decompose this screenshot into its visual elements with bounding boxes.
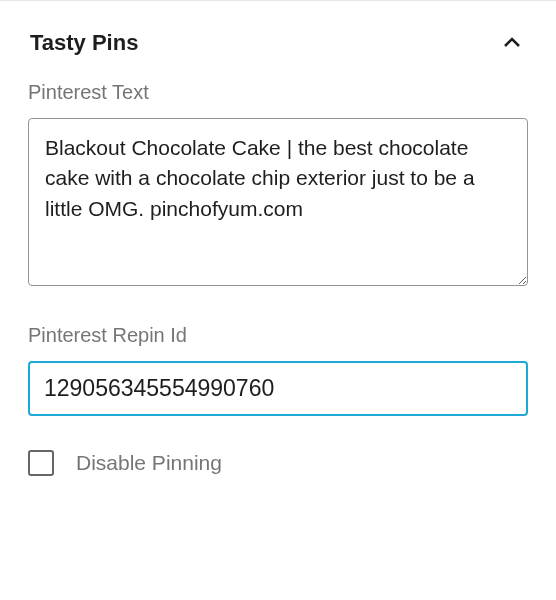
panel-header-toggle[interactable]: Tasty Pins [28, 21, 528, 81]
disable-pinning-checkbox[interactable] [28, 450, 54, 476]
disable-pinning-label[interactable]: Disable Pinning [76, 451, 222, 475]
tasty-pins-panel: Tasty Pins Pinterest Text Pinterest Repi… [0, 1, 556, 496]
pinterest-text-label: Pinterest Text [28, 81, 528, 104]
pinterest-repin-id-field-group: Pinterest Repin Id [28, 324, 528, 416]
pinterest-text-field-group: Pinterest Text [28, 81, 528, 290]
pinterest-text-input[interactable] [28, 118, 528, 286]
pinterest-repin-id-input[interactable] [28, 361, 528, 416]
panel-title: Tasty Pins [30, 30, 138, 56]
pinterest-repin-id-label: Pinterest Repin Id [28, 324, 528, 347]
disable-pinning-row: Disable Pinning [28, 450, 528, 476]
chevron-up-icon [498, 29, 526, 57]
